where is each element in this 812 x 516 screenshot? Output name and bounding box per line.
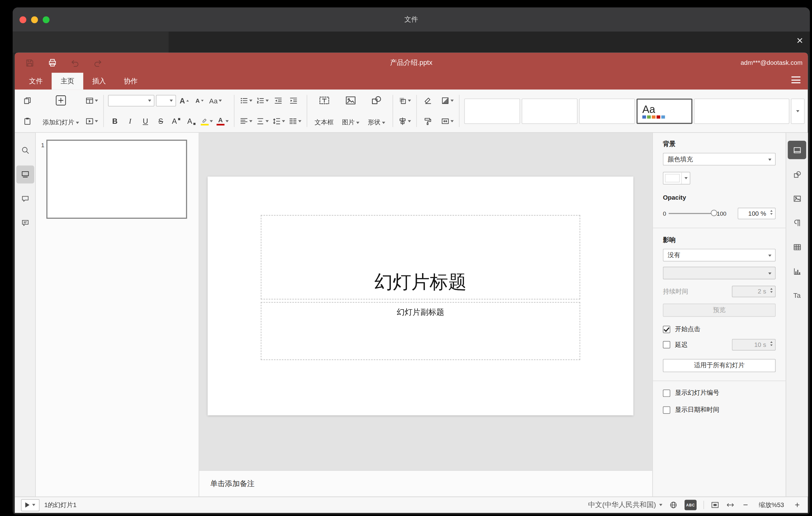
font-color-button[interactable]: A [216, 114, 230, 128]
checkbox-icon[interactable] [663, 406, 670, 413]
feedback-button[interactable] [16, 214, 34, 232]
slide-settings-button[interactable] [788, 141, 806, 159]
chart-settings-button[interactable] [788, 262, 806, 281]
theme-thumbnail-1[interactable] [464, 98, 520, 124]
clear-style-button[interactable] [421, 94, 435, 107]
show-slide-number-checkbox[interactable]: 显示幻灯片编号 [663, 389, 776, 398]
maximize-window-button[interactable] [42, 16, 49, 23]
strikethrough-button[interactable]: S [154, 114, 168, 128]
menu-icon[interactable] [791, 77, 800, 83]
opacity-slider-handle[interactable] [711, 210, 717, 216]
comments-button[interactable] [16, 190, 34, 208]
start-slideshow-button[interactable] [84, 114, 99, 128]
underline-button[interactable]: U [139, 114, 152, 128]
opacity-spinner[interactable]: 100 % [738, 208, 776, 220]
undo-button[interactable] [71, 58, 80, 67]
bullets-button[interactable] [239, 94, 254, 107]
tab-insert[interactable]: 插入 [83, 73, 115, 90]
notes-area[interactable]: 单击添加备注 [199, 470, 652, 496]
start-slideshow-status-button[interactable] [21, 499, 39, 511]
theme-thumbnail-2[interactable] [522, 98, 578, 124]
background-color-picker[interactable] [663, 172, 691, 184]
show-date-time-checkbox[interactable]: 显示日期和时间 [663, 405, 776, 414]
language-select[interactable]: 中文(中华人民共和国) [588, 500, 662, 510]
checkbox-checked-icon[interactable] [663, 325, 670, 333]
theme-thumbnail-3[interactable] [579, 98, 635, 124]
image-settings-button[interactable] [788, 189, 806, 208]
title-placeholder[interactable]: 幻灯片标题 [261, 215, 580, 299]
slide[interactable]: 幻灯片标题 幻灯片副标题 [208, 176, 633, 415]
horizontal-align-button[interactable] [239, 114, 254, 128]
paragraph-settings-button[interactable] [788, 213, 806, 232]
align-shape-button[interactable] [397, 114, 412, 128]
chat-icon [21, 219, 29, 227]
search-button[interactable] [16, 141, 34, 159]
add-slide-button[interactable]: 添加幻灯片 [39, 94, 82, 128]
opacity-slider[interactable] [669, 213, 714, 214]
insert-image-button[interactable]: 图片 [339, 94, 362, 128]
highlighter-icon [201, 117, 208, 123]
start-on-click-checkbox[interactable]: 开始点击 [663, 325, 776, 334]
checkbox-icon[interactable] [663, 341, 670, 348]
increase-font-size-button[interactable]: A [178, 94, 191, 107]
slide-number: 1 [41, 142, 44, 148]
delay-checkbox[interactable]: 延迟 [663, 340, 688, 349]
effect-select[interactable]: 没有 [663, 249, 776, 261]
theme-gallery-more-button[interactable] [791, 98, 805, 124]
minimize-window-button[interactable] [31, 16, 38, 23]
print-button[interactable] [48, 58, 57, 67]
theme-thumbnail-5[interactable] [694, 98, 789, 124]
font-size-select[interactable] [156, 95, 176, 107]
insert-textbox-button[interactable]: 文本框 [311, 94, 337, 128]
textart-settings-button[interactable]: Ta [788, 286, 806, 305]
tab-home[interactable]: 主页 [52, 73, 83, 90]
divider [703, 501, 704, 509]
increase-indent-button[interactable] [287, 94, 300, 107]
spellcheck-button[interactable]: ABC [685, 500, 697, 510]
vertical-align-button[interactable] [255, 114, 270, 128]
slide-canvas[interactable]: 幻灯片标题 幻灯片副标题 [199, 133, 652, 470]
color-scheme-button[interactable] [440, 94, 455, 107]
background-fill-select[interactable]: 颜色填充 [663, 153, 776, 165]
set-document-language-button[interactable] [669, 501, 677, 509]
globe-icon [669, 501, 677, 509]
slides-panel-button[interactable] [16, 165, 34, 183]
tab-collaboration[interactable]: 协作 [115, 73, 146, 90]
font-name-select[interactable] [108, 95, 154, 107]
fit-to-width-button[interactable] [726, 501, 734, 509]
copy-button[interactable] [21, 94, 34, 107]
insert-columns-button[interactable] [288, 114, 303, 128]
highlight-color-button[interactable] [200, 114, 214, 128]
change-case-button[interactable]: Aa [208, 94, 223, 107]
subscript-button[interactable]: A [184, 114, 198, 128]
close-window-button[interactable] [20, 16, 26, 23]
select-slide-size-button[interactable] [440, 114, 455, 128]
app-window: 文件 × [13, 7, 810, 514]
slide-thumbnail[interactable] [46, 140, 187, 219]
paste-button[interactable] [21, 114, 34, 128]
zoom-in-button[interactable]: + [793, 500, 802, 510]
theme-thumbnail-selected[interactable]: Aa [636, 98, 692, 124]
table-settings-button[interactable] [788, 238, 806, 256]
redo-button[interactable] [93, 58, 102, 67]
subtitle-placeholder[interactable]: 幻灯片副标题 [261, 302, 580, 360]
tab-file[interactable]: 文件 [20, 73, 52, 90]
numbering-button[interactable] [255, 94, 270, 107]
arrange-shape-button[interactable] [397, 94, 412, 107]
italic-button[interactable]: I [123, 114, 137, 128]
line-spacing-button[interactable] [271, 114, 286, 128]
close-icon[interactable]: × [796, 35, 803, 46]
copy-style-button[interactable] [421, 114, 435, 128]
decrease-font-size-button[interactable]: A [193, 94, 206, 107]
apply-to-all-button[interactable]: 适用于所有幻灯片 [663, 359, 776, 372]
save-button[interactable] [25, 58, 34, 67]
zoom-out-button[interactable]: − [741, 500, 750, 510]
decrease-indent-button[interactable] [271, 94, 285, 107]
bold-button[interactable]: B [108, 114, 121, 128]
checkbox-icon[interactable] [663, 389, 670, 397]
shape-settings-button[interactable] [788, 165, 806, 183]
insert-shape-button[interactable]: 形状 [365, 94, 388, 128]
fit-to-slide-button[interactable] [711, 501, 719, 509]
superscript-button[interactable]: A [169, 114, 183, 128]
change-slide-layout-button[interactable] [84, 94, 99, 107]
